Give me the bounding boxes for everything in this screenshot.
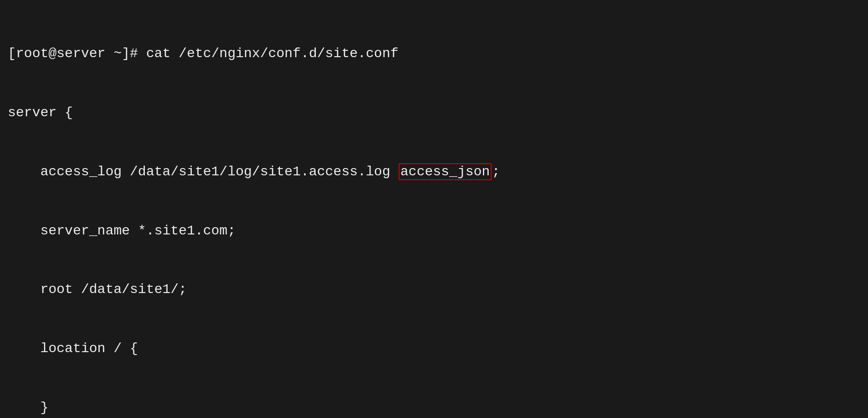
line-access-log: access_log /data/site1/log/site1.access.… <box>8 162 860 182</box>
line-server-name1: server_name *.site1.com; <box>8 221 860 241</box>
line-root1: root /data/site1/; <box>8 280 860 300</box>
line-cmd1: [root@server ~]# cat /etc/nginx/conf.d/s… <box>8 44 860 64</box>
line-server1-open: server { <box>8 103 860 123</box>
line-location1-close: } <box>8 398 860 418</box>
line-location1-open: location / { <box>8 339 860 359</box>
terminal: [root@server ~]# cat /etc/nginx/conf.d/s… <box>0 0 868 418</box>
highlight-access-json: access_json <box>399 163 492 180</box>
